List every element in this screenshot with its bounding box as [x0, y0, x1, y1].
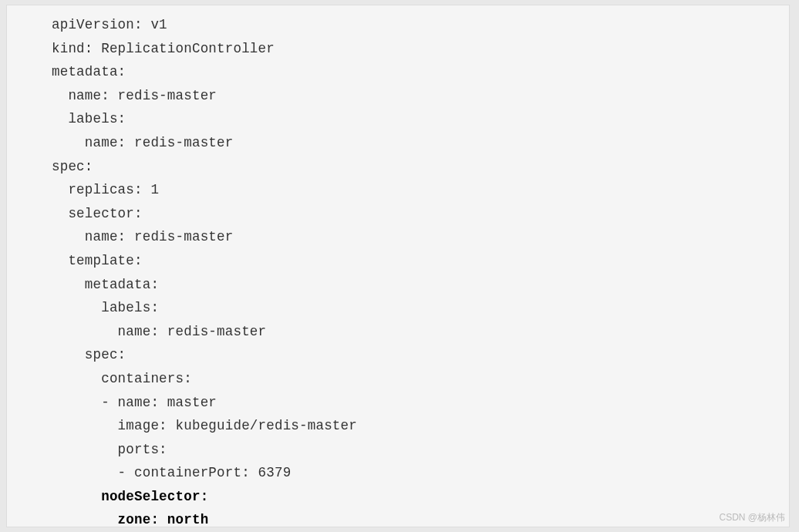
code-line: metadata: — [52, 64, 126, 79]
code-line: labels: — [52, 300, 159, 315]
code-content: apiVersion: v1 kind: ReplicationControll… — [52, 13, 780, 527]
code-line: name: redis-master — [52, 88, 217, 103]
code-line: spec: — [52, 347, 126, 362]
code-line: - containerPort: 6379 — [52, 465, 291, 480]
code-line: kind: ReplicationController — [52, 41, 275, 56]
code-line: metadata: — [52, 277, 159, 292]
code-line-bold: zone: north — [52, 512, 208, 527]
code-line: name: redis-master — [52, 229, 233, 244]
code-line: name: redis-master — [52, 135, 233, 150]
code-line: selector: — [52, 206, 143, 221]
code-line: name: redis-master — [52, 324, 266, 339]
code-line: ports: — [52, 442, 167, 457]
code-block: apiVersion: v1 kind: ReplicationControll… — [6, 5, 790, 527]
code-line: template: — [52, 253, 143, 268]
code-line-bold: nodeSelector: — [52, 489, 208, 504]
code-line: image: kubeguide/redis-master — [52, 418, 357, 433]
watermark: CSDN @杨林伟 — [719, 511, 785, 524]
code-line: - name: master — [52, 395, 217, 410]
code-line: spec: — [52, 159, 93, 174]
code-line: labels: — [52, 111, 126, 126]
code-line: containers: — [52, 371, 192, 386]
code-line: apiVersion: v1 — [52, 17, 167, 32]
code-line: replicas: 1 — [52, 182, 159, 197]
